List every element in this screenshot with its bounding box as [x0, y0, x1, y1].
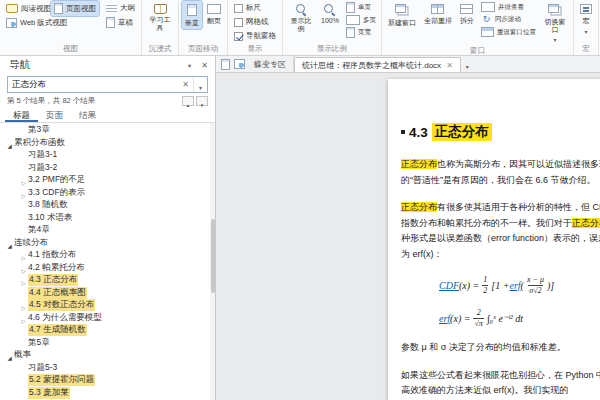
collapsed-arrow-icon[interactable]: [19, 272, 28, 288]
document-page[interactable]: 4.3 正态分布 正态分布也称为高斯分布，因其可以近似描述很多现象而成为使用最广…: [388, 79, 600, 400]
heading-title-highlighted: 正态分布: [432, 123, 492, 141]
synchronous-scrolling-button[interactable]: 同步滚动: [479, 13, 538, 26]
arrange-all-label: 全部重排: [424, 16, 452, 26]
nav-tab-results[interactable]: 结果: [71, 108, 104, 122]
ribbon-group-show: 标尺 网格线 导航窗格 显示: [228, 0, 283, 55]
one-page-button[interactable]: 单页: [344, 1, 378, 14]
erf-link[interactable]: erf: [510, 280, 521, 291]
nav-tab-pages[interactable]: 页面: [38, 108, 71, 122]
tree-item-4-1[interactable]: 4.1 指数分布: [0, 249, 215, 262]
tree-item-ex3-1[interactable]: 习题3-1: [0, 149, 215, 162]
clear-search-icon[interactable]: [178, 80, 193, 89]
ribbon-view-tab-content: 阅读视图 页面视图 Web 版式视图 大纲: [0, 0, 600, 56]
tree-item-4-6[interactable]: 4.6 为什么需要模型: [0, 312, 215, 325]
web-layout-icon: [6, 18, 17, 28]
tab-group-label: 蝶变专区: [254, 59, 286, 70]
vertical-button[interactable]: 垂直: [182, 1, 202, 29]
search-options-dropdown[interactable]: [193, 77, 207, 92]
collapsed-arrow-icon[interactable]: [19, 310, 28, 326]
print-layout-button[interactable]: 页面视图: [51, 1, 99, 16]
tree-item-cdf-chapter[interactable]: 累积分布函数: [0, 137, 215, 150]
tab-group[interactable]: 蝶变专区: [247, 56, 294, 72]
navigation-pane-checkbox[interactable]: 导航窗格: [231, 29, 279, 43]
tree-item-continuous-chapter[interactable]: 连续分布: [0, 237, 215, 250]
tree-item-4-5[interactable]: 4.5 对数正态分布: [0, 299, 215, 312]
active-document-tab[interactable]: 统计思维：程序员数学之概率统计.docx: [294, 57, 461, 72]
outline-button[interactable]: 大纲: [103, 1, 138, 15]
tree-item-3-10[interactable]: 3.10 术语表: [0, 212, 215, 225]
tree-item-ch4[interactable]: 第4章: [0, 224, 215, 237]
ribbon-group-views: 阅读视图 页面视图 Web 版式视图 大纲: [0, 0, 142, 55]
next-result-button[interactable]: [196, 96, 208, 106]
close-tab-icon[interactable]: [446, 61, 453, 70]
macros-button[interactable]: 宏: [577, 1, 595, 36]
nav-tab-headings[interactable]: 标题: [5, 108, 38, 122]
collapsed-arrow-icon[interactable]: [19, 185, 28, 201]
tree-item-probability-chapter[interactable]: 概率: [0, 349, 215, 362]
immersive-group-label: 沉浸式: [145, 43, 175, 55]
multiple-pages-button[interactable]: 多页: [344, 14, 378, 26]
tree-item-ex5-3[interactable]: 习题5-3: [0, 362, 215, 375]
vertical-label: 垂直: [185, 18, 199, 28]
reset-window-position-button[interactable]: 重设窗口位置: [479, 26, 538, 38]
document-canvas[interactable]: 4.3 正态分布 正态分布也称为高斯分布，因其可以近似描述很多现象而成为使用最广…: [216, 73, 600, 400]
ribbon-group-zoom: 显示比例 100% 单页 多页: [283, 0, 382, 55]
gridlines-checkbox-icon: [234, 18, 243, 27]
paragraph-3: 参数 μ 和 σ 决定了分布的均值和标准差。: [401, 340, 600, 356]
tree-item-4-3[interactable]: 4.3 正态分布: [0, 274, 215, 287]
erf-link[interactable]: erf: [439, 313, 450, 324]
nav-pane-options-icon[interactable]: [187, 61, 192, 70]
document-list-icon[interactable]: [234, 59, 245, 69]
erf-formula: erf(x) = 2√π ∫₀ˣ e⁻ᵗ² dt: [439, 308, 600, 328]
tree-item-4-4[interactable]: 4.4 正态概率图: [0, 287, 215, 300]
tree-item-3-3[interactable]: 3.3 CDF的表示: [0, 187, 215, 200]
zoom-100-button[interactable]: 100%: [318, 1, 342, 25]
cdf-link[interactable]: CDF: [439, 280, 459, 291]
nav-scrollbar[interactable]: [210, 123, 215, 400]
synchronous-scrolling-label: 同步滚动: [495, 15, 521, 24]
tree-item-4-7[interactable]: 4.7 生成随机数: [0, 324, 215, 337]
zoom-icon: [296, 4, 307, 15]
learning-tools-label: 学习工具: [148, 16, 172, 32]
gridlines-checkbox[interactable]: 网格线: [231, 15, 279, 29]
learning-tools-button[interactable]: 学习工具: [145, 1, 175, 33]
switch-windows-button[interactable]: 切换窗口: [540, 1, 570, 45]
cdf-formula: CDF(x) = 12 [1 + erf ( x − μσ√2 )]: [439, 275, 600, 295]
tree-item-ex3-2[interactable]: 习题3-2: [0, 162, 215, 175]
nav-search-input[interactable]: 正态分布: [8, 79, 178, 91]
zoom-100-label: 100%: [321, 17, 339, 24]
view-side-by-side-button[interactable]: 并排查看: [479, 1, 538, 13]
tree-item-3-8[interactable]: 3.8 随机数: [0, 199, 215, 212]
expanded-arrow-icon[interactable]: [5, 347, 14, 363]
read-mode-button[interactable]: 阅读视图: [3, 1, 51, 16]
draft-button[interactable]: 草稿: [103, 15, 138, 30]
split-label: 拆分: [460, 16, 474, 26]
new-window-button[interactable]: 新建窗口: [385, 1, 419, 29]
arrange-all-button[interactable]: 全部重排: [421, 1, 455, 27]
tree-item-5-3[interactable]: 5.3 庞加莱: [0, 387, 215, 400]
tab-list-dropdown[interactable]: [461, 55, 474, 73]
side-to-side-button[interactable]: 翻页: [204, 1, 224, 27]
expanded-arrow-icon[interactable]: [5, 135, 14, 151]
tree-item-4-2[interactable]: 4.2 帕累托分布: [0, 262, 215, 275]
tree-item-3-2[interactable]: 3.2 PMF的不足: [0, 174, 215, 187]
page-width-button[interactable]: 页宽: [344, 26, 378, 39]
switch-windows-icon: [548, 4, 559, 13]
macros-icon: [580, 4, 592, 14]
tree-item-5-2[interactable]: 5.2 蒙提霍尔问题: [0, 374, 215, 387]
zoom-button[interactable]: 显示比例: [286, 1, 316, 34]
ruler-checkbox[interactable]: 标尺: [231, 1, 279, 15]
web-layout-button[interactable]: Web 版式视图: [3, 16, 99, 30]
nav-scrollbar-thumb[interactable]: [211, 219, 215, 293]
split-button[interactable]: 拆分: [457, 1, 477, 27]
nav-search-box[interactable]: 正态分布: [7, 76, 208, 93]
expanded-arrow-icon[interactable]: [5, 235, 14, 251]
nav-pane-close-icon[interactable]: [201, 61, 208, 70]
tree-item-ch3[interactable]: 第3章: [0, 124, 215, 137]
previous-result-button[interactable]: [182, 96, 194, 106]
new-document-tab-icon[interactable]: [221, 59, 230, 70]
page-width-icon: [346, 27, 355, 38]
tree-item-ch5[interactable]: 第5章: [0, 337, 215, 350]
one-page-label: 单页: [358, 3, 371, 12]
new-window-icon: [395, 4, 406, 13]
